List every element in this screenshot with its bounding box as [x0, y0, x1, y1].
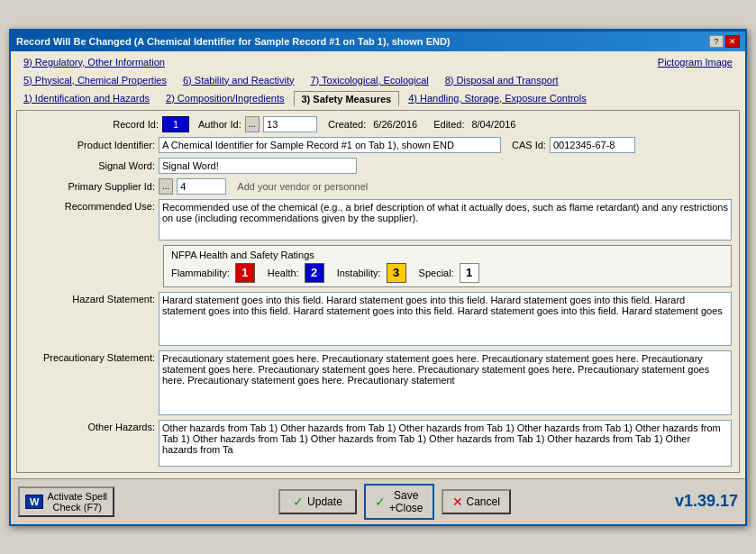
spell-check-button[interactable]: W Activate Spell Check (F7) [18, 486, 114, 517]
close-button[interactable]: ✕ [725, 35, 740, 48]
primary-supplier-row: Primary Supplier Id: ... Add your vendor… [24, 178, 732, 195]
product-identifier-row: Product Identifier: CAS Id: [24, 137, 732, 153]
special-label: Special: [419, 268, 454, 278]
save-close-button[interactable]: ✓ Save +Close [364, 484, 434, 520]
spell-check-label: Activate Spell Check (F7) [47, 491, 107, 513]
tab-pictogram[interactable]: Pictogram Image [651, 55, 740, 69]
hazard-statement-field[interactable] [159, 292, 732, 346]
product-identifier-field[interactable] [159, 137, 501, 153]
signal-word-field[interactable] [159, 158, 357, 174]
save-label: Save +Close [389, 489, 424, 514]
footer-left: W Activate Spell Check (F7) [18, 486, 114, 517]
update-label: Update [307, 495, 342, 508]
created-label: Created: [328, 119, 366, 130]
other-hazards-row: Other Hazards: [24, 420, 732, 467]
tab-toxicological[interactable]: 7) Toxicological, Ecological [303, 73, 435, 87]
author-id-field[interactable] [263, 116, 317, 132]
precautionary-field[interactable] [159, 350, 732, 415]
nfpa-section: NFPA Health and Safety Ratings Flammabil… [159, 245, 732, 287]
flammability-badge: 1 [235, 263, 255, 283]
cancel-label: Cancel [467, 495, 500, 508]
primary-supplier-label: Primary Supplier Id: [24, 181, 155, 192]
health-label: Health: [268, 268, 299, 278]
instability-badge: 3 [387, 263, 406, 283]
cancel-button[interactable]: ✕ Cancel [442, 489, 511, 514]
precautionary-row: Precautionary Statement: [24, 350, 732, 415]
footer-buttons: ✓ Update ✓ Save +Close ✕ Cancel [278, 484, 511, 520]
edited-value: 8/04/2016 [471, 119, 515, 130]
tab-disposal[interactable]: 8) Disposal and Transport [438, 73, 566, 87]
tab-regulatory[interactable]: 9) Regulatory, Other Information [16, 55, 172, 69]
recommended-use-field[interactable] [159, 199, 732, 241]
hazard-statement-wrapper [159, 292, 732, 346]
tab-handling[interactable]: 4) Handling, Storage, Exposure Controls [401, 91, 594, 106]
tab-row-1: 9) Regulatory, Other Information Pictogr… [16, 55, 740, 69]
other-hazards-field[interactable] [159, 420, 732, 467]
tab-identification[interactable]: 1) Identification and Hazards [16, 91, 157, 106]
tab-safety[interactable]: 3) Safety Measures [294, 91, 400, 106]
window-content: 9) Regulatory, Other Information Pictogr… [11, 51, 745, 478]
nfpa-box: NFPA Health and Safety Ratings Flammabil… [163, 245, 732, 287]
save-check-icon: ✓ [375, 495, 386, 509]
signal-word-row: Signal Word: [24, 158, 732, 174]
edited-label: Edited: [433, 119, 464, 130]
help-button[interactable]: ? [709, 35, 724, 48]
tab-row-3: 1) Identification and Hazards 2) Composi… [16, 91, 740, 106]
hazard-statement-row: Hazard Statement: [24, 292, 732, 346]
cancel-icon: ✕ [452, 495, 463, 509]
precautionary-label: Precautionary Statement: [24, 350, 155, 363]
form-area: Record Id: 1 Author Id: ... Created: 6/2… [16, 110, 740, 473]
other-hazards-wrapper [159, 420, 732, 467]
word-icon: W [25, 495, 43, 509]
primary-supplier-field[interactable] [177, 178, 226, 195]
flammability-label: Flammability: [171, 268, 230, 278]
other-hazards-label: Other Hazards: [24, 420, 155, 432]
nfpa-ratings-row: Flammability: 1 Health: 2 Instability: 3… [171, 263, 724, 283]
tab-physical[interactable]: 5) Physical, Chemical Properties [16, 73, 174, 87]
cas-id-field[interactable] [550, 137, 635, 153]
cas-id-label: CAS Id: [512, 140, 546, 150]
check-icon: ✓ [293, 495, 304, 509]
update-button[interactable]: ✓ Update [278, 489, 357, 514]
title-bar-buttons: ? ✕ [709, 35, 740, 48]
tab-composition[interactable]: 2) Composition/Ingredients [159, 91, 291, 106]
special-badge: 1 [460, 263, 479, 283]
created-value: 6/26/2016 [373, 119, 417, 130]
primary-supplier-hint: Add your vendor or personnel [237, 181, 368, 192]
tab-row-2: 5) Physical, Chemical Properties 6) Stab… [16, 73, 740, 87]
recommended-use-wrapper [159, 199, 732, 241]
precautionary-wrapper [159, 350, 732, 415]
footer: W Activate Spell Check (F7) ✓ Update ✓ S… [11, 478, 745, 524]
health-badge: 2 [305, 263, 324, 283]
instability-label: Instability: [337, 268, 381, 278]
main-window: Record Will Be Changed (A Chemical Ident… [9, 29, 747, 526]
recommended-use-label: Recommended Use: [24, 199, 155, 212]
hazard-statement-label: Hazard Statement: [24, 292, 155, 304]
author-id-label: Author Id: [198, 119, 241, 130]
primary-supplier-dots-button[interactable]: ... [159, 178, 173, 195]
nfpa-title: NFPA Health and Safety Ratings [171, 250, 724, 260]
version-label: v1.39.17 [675, 492, 738, 511]
record-id-field: 1 [162, 116, 189, 132]
product-identifier-label: Product Identifier: [24, 140, 155, 150]
recommended-use-row: Recommended Use: [24, 199, 732, 241]
window-title: Record Will Be Changed (A Chemical Ident… [16, 36, 451, 47]
signal-word-label: Signal Word: [24, 160, 155, 171]
title-bar: Record Will Be Changed (A Chemical Ident… [11, 32, 745, 51]
record-id-label: Record Id: [105, 119, 159, 130]
record-row: Record Id: 1 Author Id: ... Created: 6/2… [24, 116, 732, 132]
author-id-dots-button[interactable]: ... [245, 116, 260, 132]
tab-stability[interactable]: 6) Stability and Reactivity [176, 73, 302, 87]
